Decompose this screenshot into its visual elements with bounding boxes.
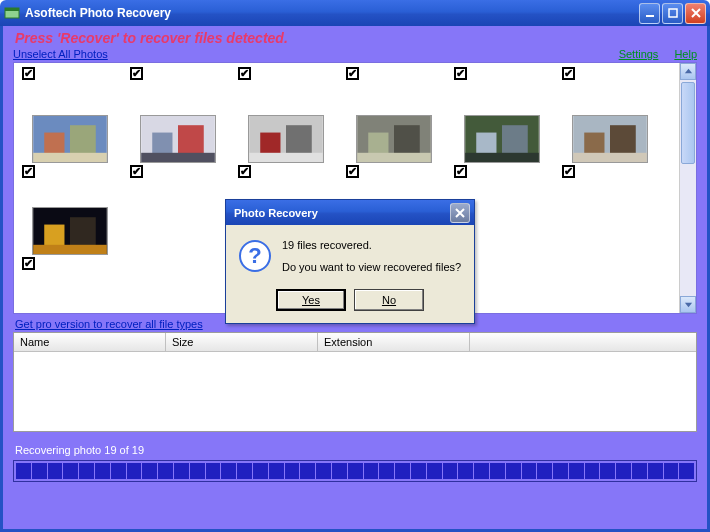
scroll-thumb[interactable]	[681, 82, 695, 164]
app-icon	[4, 5, 20, 21]
progress-segment	[379, 463, 394, 479]
progress-segment	[32, 463, 47, 479]
dialog-title-text: Photo Recovery	[230, 207, 450, 219]
thumbnail-checkbox[interactable]	[130, 165, 143, 178]
progress-segment	[474, 463, 489, 479]
column-header-blank	[470, 333, 696, 351]
scroll-up-button[interactable]	[680, 63, 696, 80]
progress-segment	[316, 463, 331, 479]
svg-rect-11	[141, 153, 215, 162]
svg-rect-2	[646, 15, 654, 17]
dialog-close-button[interactable]	[450, 203, 470, 223]
dialog: Photo Recovery ? 19 files recovered. Do …	[225, 199, 475, 324]
thumbnail-checkbox[interactable]	[562, 165, 575, 178]
svg-rect-19	[357, 153, 431, 162]
table-header: Name Size Extension	[14, 333, 696, 352]
thumbnail-checkbox[interactable]	[454, 67, 467, 80]
progress-segment	[443, 463, 458, 479]
thumbnail-checkbox[interactable]	[130, 67, 143, 80]
progress-segment	[142, 463, 157, 479]
thumbnail-checkbox[interactable]	[238, 165, 251, 178]
maximize-button[interactable]	[662, 3, 683, 24]
progress-segment	[411, 463, 426, 479]
thumbnail[interactable]	[22, 206, 118, 256]
svg-rect-7	[33, 153, 107, 162]
close-button[interactable]	[685, 3, 706, 24]
svg-rect-23	[465, 153, 539, 162]
thumbnail-checkbox[interactable]	[22, 165, 35, 178]
pro-version-link[interactable]: Get pro version to recover all file type…	[15, 318, 203, 330]
progress-segment	[269, 463, 284, 479]
thumbnail-checkbox[interactable]	[346, 165, 359, 178]
vertical-scrollbar[interactable]	[679, 63, 696, 313]
help-link[interactable]: Help	[674, 48, 697, 60]
yes-button[interactable]: Yes	[276, 289, 346, 311]
svg-rect-3	[669, 9, 677, 17]
progress-segment	[632, 463, 647, 479]
thumbnail-checkbox[interactable]	[238, 67, 251, 80]
question-icon: ?	[238, 239, 272, 273]
svg-rect-1	[5, 8, 19, 11]
dialog-titlebar: Photo Recovery	[226, 200, 474, 225]
dialog-message-1: 19 files recovered.	[282, 239, 461, 251]
thumbnail[interactable]	[454, 114, 550, 164]
progress-segment	[174, 463, 189, 479]
progress-segment	[221, 463, 236, 479]
settings-link[interactable]: Settings	[619, 48, 659, 60]
progress-segment	[553, 463, 568, 479]
thumbnail[interactable]	[238, 114, 334, 164]
progress-segment	[679, 463, 694, 479]
status-text: Recovering photo 19 of 19	[15, 444, 697, 456]
progress-segment	[16, 463, 31, 479]
svg-rect-31	[33, 245, 107, 254]
progress-segment	[48, 463, 63, 479]
thumbnail-row	[22, 114, 671, 164]
progress-bar	[13, 460, 697, 482]
progress-segment	[569, 463, 584, 479]
progress-segment	[600, 463, 615, 479]
progress-segment	[253, 463, 268, 479]
thumbnail[interactable]	[346, 114, 442, 164]
progress-segment	[63, 463, 78, 479]
thumbnail-checkbox[interactable]	[454, 165, 467, 178]
svg-rect-15	[249, 153, 323, 162]
progress-segment	[95, 463, 110, 479]
column-header-size[interactable]: Size	[166, 333, 318, 351]
thumbnail[interactable]	[130, 114, 226, 164]
progress-segment	[664, 463, 679, 479]
progress-segment	[190, 463, 205, 479]
progress-segment	[537, 463, 552, 479]
progress-segment	[490, 463, 505, 479]
svg-text:?: ?	[248, 243, 261, 268]
thumbnail[interactable]	[562, 114, 658, 164]
progress-segment	[348, 463, 363, 479]
file-table: Name Size Extension	[13, 332, 697, 432]
column-header-extension[interactable]: Extension	[318, 333, 470, 351]
progress-segment	[395, 463, 410, 479]
minimize-button[interactable]	[639, 3, 660, 24]
progress-segment	[111, 463, 126, 479]
thumbnail[interactable]	[22, 114, 118, 164]
titlebar: Asoftech Photo Recovery	[0, 0, 710, 26]
progress-segment	[332, 463, 347, 479]
no-button[interactable]: No	[354, 289, 424, 311]
progress-segment	[427, 463, 442, 479]
unselect-all-link[interactable]: Unselect All Photos	[13, 48, 108, 60]
progress-segment	[506, 463, 521, 479]
progress-segment	[285, 463, 300, 479]
scroll-down-button[interactable]	[680, 296, 696, 313]
progress-segment	[522, 463, 537, 479]
column-header-name[interactable]: Name	[14, 333, 166, 351]
thumbnail-checkbox[interactable]	[22, 67, 35, 80]
thumbnail-checkbox[interactable]	[562, 67, 575, 80]
progress-segment	[237, 463, 252, 479]
progress-segment	[127, 463, 142, 479]
thumbnail-checkbox[interactable]	[22, 257, 35, 270]
dialog-message-2: Do you want to view recovered files?	[282, 261, 461, 273]
instruction-text: Press 'Recover' to recover files detecte…	[15, 30, 697, 46]
scroll-track[interactable]	[680, 80, 696, 296]
svg-rect-27	[573, 153, 647, 162]
client-area: Press 'Recover' to recover files detecte…	[0, 26, 710, 532]
progress-segment	[458, 463, 473, 479]
thumbnail-checkbox[interactable]	[346, 67, 359, 80]
